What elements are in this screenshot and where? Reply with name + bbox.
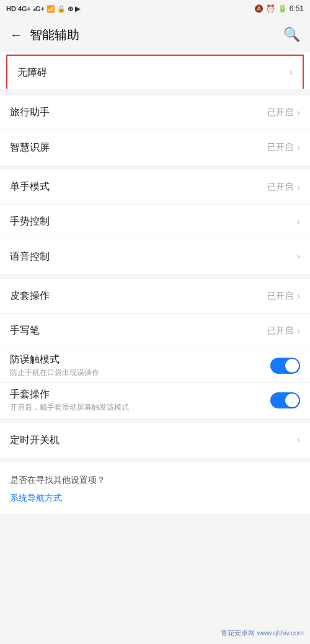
- status-signal1: 4G+: [18, 5, 31, 12]
- status-text: 已开启: [267, 325, 293, 337]
- item-content: 语音控制: [10, 250, 50, 263]
- chevron-icon: ›: [297, 107, 300, 118]
- status-left: HD 4G+ ₄G+ 📶 🔒 ⊕ ▶: [6, 5, 80, 13]
- status-more: ⊕ ▶: [68, 5, 80, 13]
- status-time: 6:51: [290, 4, 304, 13]
- item-content: 手势控制: [10, 215, 50, 228]
- stylus-item[interactable]: 手写笔 已开启 ›: [0, 314, 310, 348]
- status-wifi-icon: 📶: [46, 5, 55, 13]
- app-bar-left: ← 智能辅助: [10, 27, 79, 43]
- gesture-control-item[interactable]: 手势控制 ›: [0, 205, 310, 239]
- item-title: 手势控制: [10, 215, 50, 228]
- status-nfc-icon: 🔒: [57, 5, 66, 13]
- mistouch-toggle[interactable]: [270, 358, 300, 374]
- item-right: 已开启 ›: [267, 182, 300, 193]
- item-title: 手套操作: [10, 388, 129, 401]
- item-content: 防误触模式 防止手机在口袋出现误操作: [10, 353, 99, 378]
- accessibility-item[interactable]: 无障碍 ›: [6, 55, 304, 89]
- status-text: 已开启: [267, 107, 293, 118]
- back-button[interactable]: ←: [10, 28, 22, 42]
- item-content: 旅行助手: [10, 106, 50, 119]
- item-title: 智慧识屏: [10, 141, 50, 154]
- single-hand-item[interactable]: 单手模式 已开启 ›: [0, 170, 310, 205]
- section-timer: 定时开关机 ›: [0, 423, 310, 457]
- status-right: 🔕 ⏰ 🔋 6:51: [254, 4, 304, 13]
- system-navigation-link[interactable]: 系统导航方式: [10, 493, 62, 503]
- item-title: 定时开关机: [10, 434, 60, 447]
- item-title: 语音控制: [10, 250, 50, 263]
- item-title: 无障碍: [17, 66, 47, 79]
- item-right: ›: [290, 67, 293, 78]
- chevron-icon: ›: [297, 142, 300, 153]
- section-input: 皮套操作 已开启 › 手写笔 已开启 › 防误触模式 防止手机在口袋出现误操作 …: [0, 279, 310, 418]
- mistouch-item[interactable]: 防误触模式 防止手机在口袋出现误操作: [0, 348, 310, 383]
- item-subtitle: 开启后，戴手套滑动屏幕触发该模式: [10, 402, 129, 413]
- item-right: 已开启 ›: [267, 325, 300, 337]
- status-text: 已开启: [267, 182, 293, 193]
- status-battery-icon: 🔋: [278, 4, 287, 13]
- status-text: 已开启: [267, 291, 293, 302]
- chevron-icon: ›: [297, 251, 300, 262]
- chevron-icon: ›: [290, 67, 293, 78]
- status-bar: HD 4G+ ₄G+ 📶 🔒 ⊕ ▶ 🔕 ⏰ 🔋 6:51: [0, 0, 310, 17]
- case-operation-item[interactable]: 皮套操作 已开启 ›: [0, 279, 310, 314]
- item-content: 单手模式: [10, 180, 50, 193]
- item-content: 智慧识屏: [10, 141, 50, 154]
- page-title: 智能辅助: [30, 27, 79, 43]
- footer-card: 是否在寻找其他设置项？ 系统导航方式: [0, 462, 310, 514]
- item-right: [270, 392, 300, 408]
- chevron-icon: ›: [297, 182, 300, 193]
- chevron-icon: ›: [297, 325, 300, 337]
- item-title: 皮套操作: [10, 289, 50, 302]
- chevron-icon: ›: [297, 291, 300, 302]
- smart-screen-item[interactable]: 智慧识屏 已开启 ›: [0, 130, 310, 165]
- item-right: 已开启 ›: [267, 107, 300, 118]
- glove-toggle[interactable]: [270, 392, 300, 408]
- item-content: 无障碍: [17, 66, 47, 79]
- item-title: 防误触模式: [10, 353, 99, 366]
- chevron-icon: ›: [297, 216, 300, 227]
- voice-control-item[interactable]: 语音控制 ›: [0, 239, 310, 274]
- status-signal2: ₄G+: [33, 5, 45, 13]
- section-gesture: 单手模式 已开启 › 手势控制 › 语音控制 ›: [0, 170, 310, 274]
- item-right: ›: [297, 434, 300, 446]
- item-content: 手套操作 开启后，戴手套滑动屏幕触发该模式: [10, 388, 129, 413]
- section-accessibility: 无障碍 ›: [0, 52, 310, 89]
- app-bar: ← 智能辅助 🔍: [0, 17, 310, 52]
- item-title: 旅行助手: [10, 106, 50, 119]
- item-title: 单手模式: [10, 180, 50, 193]
- item-right: ›: [297, 216, 300, 227]
- item-right: 已开启 ›: [267, 291, 300, 302]
- travel-assistant-item[interactable]: 旅行助手 已开启 ›: [0, 95, 310, 130]
- status-volume-icon: 🔕: [254, 4, 264, 13]
- item-right: [270, 358, 300, 374]
- item-right: ›: [297, 251, 300, 262]
- item-content: 手写笔: [10, 324, 40, 337]
- status-text: 已开启: [267, 142, 293, 153]
- status-network-text: HD: [6, 5, 16, 12]
- item-subtitle: 防止手机在口袋出现误操作: [10, 368, 99, 378]
- status-clock-icon: ⏰: [266, 4, 275, 13]
- chevron-icon: ›: [297, 434, 300, 446]
- item-content: 定时开关机: [10, 434, 60, 447]
- item-content: 皮套操作: [10, 289, 50, 302]
- item-right: 已开启 ›: [267, 142, 300, 153]
- footer-question: 是否在寻找其他设置项？: [10, 475, 300, 486]
- item-title: 手写笔: [10, 324, 40, 337]
- glove-item[interactable]: 手套操作 开启后，戴手套滑动屏幕触发该模式: [0, 383, 310, 418]
- section-travel: 旅行助手 已开启 › 智慧识屏 已开启 ›: [0, 95, 310, 165]
- watermark: 青花安卓网 www.qhhiv.com: [221, 629, 304, 638]
- search-icon[interactable]: 🔍: [283, 27, 300, 43]
- scheduled-shutdown-item[interactable]: 定时开关机 ›: [0, 423, 310, 457]
